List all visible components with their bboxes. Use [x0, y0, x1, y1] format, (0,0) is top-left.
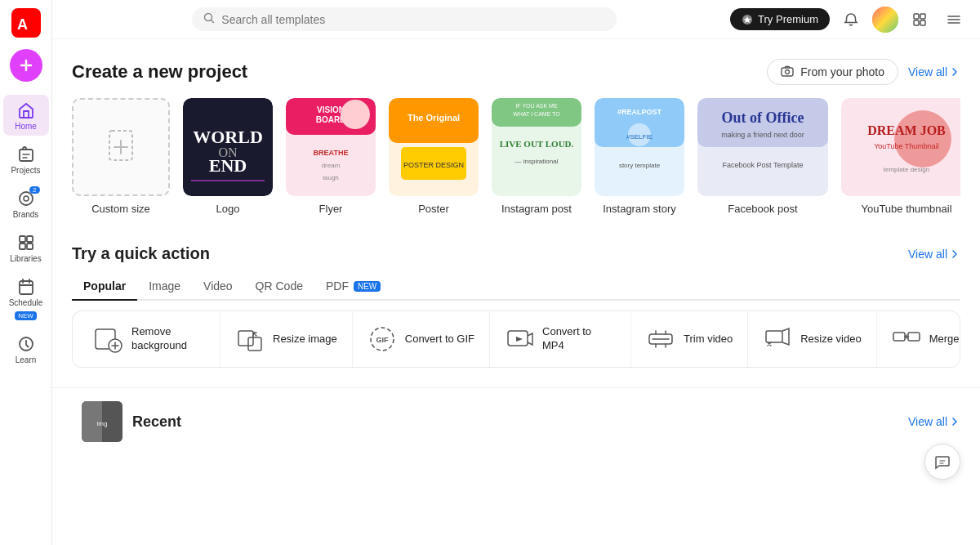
recent-section: img Recent View all: [52, 387, 980, 442]
sidebar-item-brands-label: Brands: [13, 210, 39, 219]
actions-strip: Remove background Resize image: [72, 310, 960, 368]
action-merge-videos[interactable]: Merge videos: [877, 311, 960, 367]
action-trim-video[interactable]: Trim video: [631, 311, 748, 367]
create-view-all-link[interactable]: View all: [908, 65, 960, 78]
template-logo[interactable]: WORLD ON END Logo: [183, 98, 273, 215]
svg-rect-7: [27, 243, 33, 249]
svg-rect-78: [893, 333, 905, 341]
svg-text:BREATHE: BREATHE: [314, 149, 349, 157]
chat-button[interactable]: [924, 444, 960, 480]
svg-rect-4: [20, 236, 25, 242]
action-convert-mp4[interactable]: Convert to MP4: [490, 311, 631, 367]
svg-text:img: img: [97, 420, 108, 427]
svg-rect-16: [914, 20, 919, 25]
sidebar-item-libraries-label: Libraries: [10, 254, 41, 263]
svg-point-30: [341, 100, 370, 129]
tab-video[interactable]: Video: [192, 273, 244, 301]
svg-rect-8: [20, 281, 33, 294]
from-photo-button[interactable]: From your photo: [767, 59, 898, 85]
add-button[interactable]: [10, 49, 42, 82]
sidebar-item-home[interactable]: Home: [3, 95, 49, 136]
brands-badge: 2: [29, 186, 39, 194]
search-bar[interactable]: [192, 7, 617, 31]
main-content: Try Premium: [52, 0, 980, 545]
svg-rect-72: [248, 337, 261, 351]
sidebar-item-schedule[interactable]: Schedule NEW: [3, 271, 49, 325]
action-resize-video-label: Resize video: [800, 333, 861, 346]
from-photo-label: From your photo: [800, 65, 884, 78]
top-nav: Try Premium: [52, 0, 980, 39]
quick-view-all-text: View all: [908, 248, 947, 261]
template-yt-label: YouTube thumbnail: [861, 203, 951, 215]
template-custom-size[interactable]: Custom size: [72, 98, 170, 215]
tab-image[interactable]: Image: [137, 273, 192, 301]
recent-thumbnail: img: [82, 401, 122, 442]
brands-icon: 2: [17, 190, 35, 208]
sidebar-item-brands[interactable]: 2 Brands: [3, 183, 49, 224]
create-section-header: Create a new project From your photo Vie…: [72, 59, 960, 85]
tab-qr-code[interactable]: QR Code: [244, 273, 314, 301]
template-poster-thumb: The Original POSTER DESIGN: [389, 98, 479, 196]
more-apps-button[interactable]: [941, 7, 967, 33]
sidebar-item-projects-label: Projects: [11, 166, 40, 175]
notifications-button[interactable]: [838, 7, 864, 33]
sidebar-item-home-label: Home: [15, 122, 37, 131]
template-logo-label: Logo: [216, 203, 240, 215]
home-icon: [17, 101, 35, 119]
template-yt-thumb: DREAM JOB YouTube Thumbnail template des…: [841, 98, 960, 196]
search-input[interactable]: [221, 13, 605, 26]
apps-button[interactable]: [906, 7, 933, 33]
quick-view-all-link[interactable]: View all: [908, 248, 960, 261]
template-instagram-story[interactable]: #REALPOST #SELFIE story template Instagr…: [595, 98, 684, 215]
action-convert-gif-label: Convert to GIF: [405, 333, 474, 346]
svg-rect-14: [914, 14, 919, 19]
template-youtube-thumb[interactable]: DREAM JOB YouTube Thumbnail template des…: [841, 98, 960, 215]
svg-text:POSTER DESIGN: POSTER DESIGN: [403, 161, 464, 169]
svg-text:making a friend next door: making a friend next door: [721, 131, 804, 139]
search-icon: [203, 12, 215, 26]
svg-text:Facebook Post Template: Facebook Post Template: [723, 161, 804, 169]
quick-actions-title: Try a quick action: [72, 244, 210, 263]
action-convert-mp4-label: Convert to MP4: [542, 325, 616, 353]
svg-text:YouTube Thumbnail: YouTube Thumbnail: [874, 142, 939, 150]
merge-videos-icon: [892, 324, 921, 354]
convert-mp4-icon: [505, 324, 534, 354]
sidebar-item-libraries[interactable]: Libraries: [3, 227, 49, 268]
svg-text:template design: template design: [884, 166, 929, 173]
action-remove-background[interactable]: Remove background: [79, 311, 220, 367]
template-facebook-post[interactable]: Out of Office making a friend next door …: [697, 98, 828, 215]
svg-text:laugh: laugh: [323, 174, 339, 181]
svg-rect-71: [238, 331, 253, 346]
libraries-icon: [17, 234, 35, 252]
svg-rect-2: [20, 150, 33, 161]
svg-text:IF YOU ASK ME: IF YOU ASK ME: [515, 103, 558, 109]
user-avatar[interactable]: [872, 7, 898, 33]
tab-popular[interactable]: Popular: [72, 273, 137, 301]
tab-pdf[interactable]: PDF NEW: [314, 273, 392, 301]
svg-text:#REALPOST: #REALPOST: [617, 108, 662, 116]
template-poster[interactable]: The Original POSTER DESIGN Poster: [389, 98, 479, 215]
action-resize-video[interactable]: Resize video: [748, 311, 876, 367]
svg-point-13: [872, 7, 898, 33]
learn-icon: [17, 335, 35, 353]
template-ig-thumb: IF YOU ASK ME WHAT I CAME TO LIVE OUT LO…: [492, 98, 581, 196]
projects-icon: [17, 145, 35, 163]
action-convert-gif[interactable]: GIF Convert to GIF: [353, 311, 490, 367]
svg-text:dream: dream: [322, 162, 341, 169]
try-premium-button[interactable]: Try Premium: [730, 8, 830, 30]
template-instagram-post[interactable]: IF YOU ASK ME WHAT I CAME TO LIVE OUT LO…: [492, 98, 581, 215]
svg-text:WHAT I CAME TO: WHAT I CAME TO: [513, 111, 560, 117]
sidebar-item-projects[interactable]: Projects: [3, 139, 49, 180]
action-trim-video-label: Trim video: [684, 333, 733, 346]
app-logo: A: [10, 7, 42, 39]
recent-view-all-link[interactable]: View all: [908, 415, 960, 428]
svg-point-10: [25, 340, 27, 342]
action-resize-image[interactable]: Resize image: [220, 311, 353, 367]
template-flyer[interactable]: VISION BOARD BREATHE dream laugh Flyer: [286, 98, 376, 215]
svg-rect-15: [920, 14, 925, 19]
convert-gif-icon: GIF: [368, 324, 397, 354]
svg-rect-5: [27, 236, 33, 242]
schedule-icon: [17, 278, 35, 296]
svg-text:Out of Office: Out of Office: [722, 109, 804, 126]
sidebar-item-learn[interactable]: Learn: [3, 328, 49, 369]
